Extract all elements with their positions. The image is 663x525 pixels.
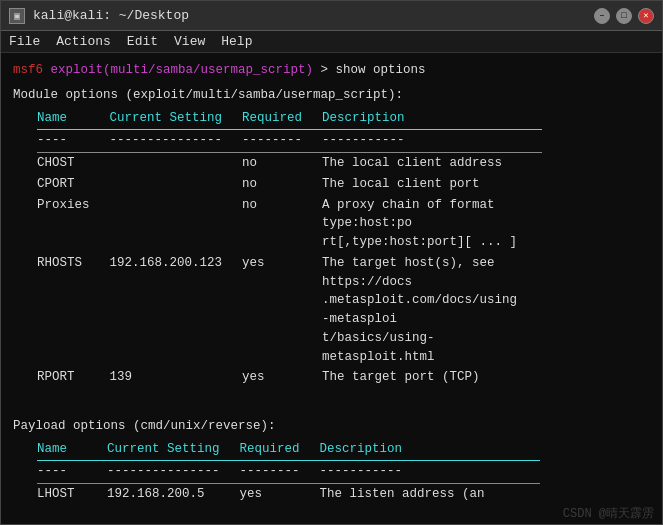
- col-desc-1: Description: [322, 109, 542, 130]
- titlebar: ▣ kali@kali: ~/Desktop – □ ✕: [1, 1, 662, 31]
- table-row: CHOST no The local client address: [37, 153, 542, 174]
- menu-edit[interactable]: Edit: [127, 34, 158, 49]
- table1-underline-row: ---- --------------- -------- ----------…: [37, 130, 542, 153]
- table2-underline-row: ---- --------------- -------- ----------…: [37, 461, 540, 484]
- titlebar-title: kali@kali: ~/Desktop: [33, 8, 189, 23]
- terminal-content[interactable]: msf6 exploit(multi/samba/usermap_script)…: [1, 53, 662, 503]
- footer-watermark: CSDN @晴天霹雳: [1, 503, 662, 524]
- titlebar-left: ▣ kali@kali: ~/Desktop: [9, 8, 189, 24]
- col-required-1: Required: [242, 109, 322, 130]
- maximize-button[interactable]: □: [616, 8, 632, 24]
- table-row: RPORT 139 yes The target port (TCP): [37, 367, 542, 388]
- payload-options-header: Payload options (cmd/unix/reverse):: [13, 417, 650, 436]
- msf-prompt: msf6: [13, 63, 43, 77]
- command-text: show options: [336, 63, 426, 77]
- col-setting-1: Current Setting: [110, 109, 243, 130]
- prompt-line: msf6 exploit(multi/samba/usermap_script)…: [13, 61, 650, 80]
- col-desc-2: Description: [320, 440, 540, 461]
- table-row: CPORT no The local client port: [37, 174, 542, 195]
- table-row: RHOSTS 192.168.200.123 yes The target ho…: [37, 253, 542, 368]
- menu-actions[interactable]: Actions: [56, 34, 111, 49]
- col-name-1: Name: [37, 109, 110, 130]
- menu-file[interactable]: File: [9, 34, 40, 49]
- table1-header-row: Name Current Setting Required Descriptio…: [37, 109, 542, 130]
- menubar: File Actions Edit View Help: [1, 31, 662, 53]
- exploit-path: exploit(multi/samba/usermap_script): [51, 63, 314, 77]
- titlebar-controls[interactable]: – □ ✕: [594, 8, 654, 24]
- table2-header-row: Name Current Setting Required Descriptio…: [37, 440, 540, 461]
- menu-view[interactable]: View: [174, 34, 205, 49]
- terminal-window: ▣ kali@kali: ~/Desktop – □ ✕ File Action…: [0, 0, 663, 525]
- window-icon: ▣: [9, 8, 25, 24]
- minimize-button[interactable]: –: [594, 8, 610, 24]
- close-button[interactable]: ✕: [638, 8, 654, 24]
- menu-help[interactable]: Help: [221, 34, 252, 49]
- payload-options-table: Name Current Setting Required Descriptio…: [37, 440, 540, 504]
- col-required-2: Required: [240, 440, 320, 461]
- col-name-2: Name: [37, 440, 107, 461]
- col-setting-2: Current Setting: [107, 440, 240, 461]
- table-row: LHOST 192.168.200.5 yes The listen addre…: [37, 484, 540, 504]
- table-row: Proxies no A proxy chain of format type:…: [37, 195, 542, 253]
- module-options-table: Name Current Setting Required Descriptio…: [37, 109, 542, 389]
- module-options-header: Module options (exploit/multi/samba/user…: [13, 86, 650, 105]
